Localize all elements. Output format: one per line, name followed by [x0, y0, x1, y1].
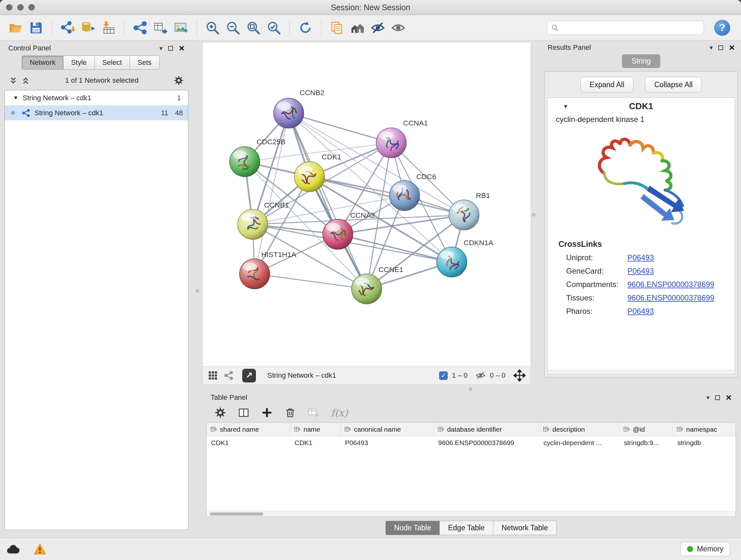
table-options-button[interactable] [214, 407, 226, 419]
apply-preferred-layout-button[interactable] [296, 18, 315, 37]
tab-network-table[interactable]: Network Table [493, 521, 556, 535]
tab-string[interactable]: String [622, 54, 660, 68]
results-panel-close-button[interactable]: × [729, 43, 735, 52]
new-network-from-selection-button[interactable] [131, 18, 149, 37]
expand-all-results-button[interactable]: Expand All [581, 77, 634, 92]
column-header[interactable]: database identifier [434, 423, 539, 436]
control-panel-menu-button[interactable]: ▾ [159, 45, 162, 51]
network-node-CCNA1[interactable] [376, 128, 407, 158]
fit-content-button[interactable] [514, 369, 526, 381]
network-node-CDC25B[interactable] [229, 146, 260, 177]
close-window-button[interactable] [6, 4, 12, 10]
scrollbar-thumb[interactable] [210, 512, 263, 516]
table-tabs: Node Table Edge Table Network Table [206, 521, 736, 535]
column-header[interactable]: shared name [206, 423, 290, 436]
network-node-RB1[interactable] [449, 200, 479, 230]
selected-elements-checkbox[interactable]: ✓ [439, 371, 448, 380]
tab-select[interactable]: Select [95, 56, 130, 70]
zoom-fit-button[interactable] [244, 18, 263, 37]
results-panel-float-button[interactable] [718, 45, 723, 50]
table-row[interactable]: CDK1 CDK1 P06493 9606.ENSP00000378699 cy… [206, 436, 736, 449]
show-structure-images-button[interactable] [389, 18, 408, 37]
column-header[interactable]: canonical name [340, 423, 434, 436]
tab-network[interactable]: Network [22, 56, 64, 70]
minimize-window-button[interactable] [17, 4, 23, 10]
zoom-window-button[interactable] [28, 4, 35, 10]
zoom-out-button[interactable] [224, 18, 242, 37]
glass-ball-effect-button[interactable] [368, 18, 387, 37]
import-network-from-database-button[interactable] [79, 18, 97, 37]
table-panel-menu-button[interactable]: ▾ [706, 394, 710, 401]
detach-view-button[interactable]: ↗ [242, 369, 256, 382]
right-splitter-handle[interactable] [532, 213, 536, 216]
collapse-all-results-button[interactable]: Collapse All [645, 77, 702, 92]
copy-document-button[interactable] [328, 18, 346, 37]
selected-counter: 1 – 0 [452, 371, 468, 380]
save-session-button[interactable] [27, 18, 45, 37]
network-node-CDKN1A[interactable] [436, 247, 467, 277]
column-header[interactable]: @id [619, 423, 673, 436]
network-collection-row[interactable]: ▼ String Network – cdk1 1 [5, 90, 188, 105]
uniprot-link[interactable]: P06493 [627, 253, 654, 262]
network-edge[interactable] [255, 274, 367, 289]
left-splitter-handle[interactable] [196, 289, 199, 293]
tab-node-table[interactable]: Node Table [386, 521, 440, 535]
bottom-splitter-handle[interactable] [469, 387, 472, 391]
grid-mode-button[interactable] [208, 370, 218, 381]
tab-style[interactable]: Style [64, 56, 95, 70]
zoom-in-button[interactable] [203, 18, 222, 37]
network-edge[interactable] [289, 113, 367, 289]
network-node-CCNA2[interactable] [323, 219, 353, 249]
import-network-from-file-button[interactable] [58, 18, 77, 37]
column-header[interactable]: description [539, 423, 619, 436]
compartments-link[interactable]: 9606.ENSP00000378699 [627, 280, 714, 289]
open-session-button[interactable] [6, 18, 25, 37]
column-header[interactable]: namespac [673, 423, 736, 436]
cloud-status-button[interactable] [6, 543, 20, 556]
tree-expand-caret-icon[interactable]: ▼ [13, 95, 18, 101]
expand-all-button[interactable] [21, 76, 30, 85]
network-edge[interactable] [338, 234, 452, 262]
network-node-CCNE1[interactable] [352, 274, 382, 304]
help-button[interactable]: ? [714, 20, 730, 36]
warnings-button[interactable] [33, 543, 47, 556]
results-panel-menu-button[interactable]: ▾ [710, 44, 713, 51]
network-node-CCNB1[interactable] [238, 209, 268, 239]
export-image-button[interactable] [172, 18, 190, 37]
network-graph[interactable]: CCNB2CCNA1CDC25BCDK1CDC6RB1CCNB1CCNA2CDK… [203, 43, 531, 366]
memory-button[interactable]: Memory [680, 542, 730, 556]
network-node-CDK1[interactable] [294, 162, 325, 192]
create-column-button[interactable] [261, 407, 273, 419]
import-table-from-file-button[interactable] [99, 18, 118, 37]
network-node-CCNB2[interactable] [273, 98, 304, 128]
new-network-from-table-button[interactable] [151, 18, 170, 37]
table-panel-close-button[interactable]: × [726, 393, 731, 402]
control-panel-float-button[interactable] [168, 46, 173, 51]
column-header[interactable]: name [290, 423, 340, 436]
string-home-button[interactable] [348, 18, 367, 37]
show-columns-button[interactable] [238, 407, 250, 419]
table-panel-float-button[interactable] [715, 395, 720, 400]
genecard-link[interactable]: P06493 [627, 266, 654, 275]
results-horizontal-scrollbar[interactable] [548, 370, 735, 374]
delete-column-button[interactable] [284, 407, 296, 419]
tab-sets[interactable]: Sets [130, 56, 159, 70]
control-panel-close-button[interactable]: × [179, 44, 185, 53]
tissues-link[interactable]: 9606.ENSP00000378699 [627, 294, 714, 302]
zoom-out-icon [226, 20, 240, 35]
network-row-selected[interactable]: String Network – cdk1 11 48 [5, 105, 188, 120]
protein-card-collapse-caret[interactable]: ▼ [563, 104, 568, 109]
zoom-selected-button[interactable] [265, 18, 283, 37]
network-options-button[interactable] [174, 75, 184, 85]
network-mode-button[interactable] [224, 370, 234, 381]
network-edge[interactable] [289, 113, 391, 143]
collapse-all-button[interactable] [9, 76, 17, 85]
network-node-HIST1H1A[interactable] [240, 259, 270, 289]
tab-edge-table[interactable]: Edge Table [440, 521, 493, 535]
table-horizontal-scrollbar[interactable] [206, 511, 736, 516]
network-node-CDC6[interactable] [389, 180, 420, 210]
network-canvas[interactable]: CCNB2CCNA1CDC25BCDK1CDC6RB1CCNB1CCNA2CDK… [202, 42, 531, 367]
network-node-label: CCNA1 [403, 119, 428, 127]
pharos-link[interactable]: P06493 [627, 307, 654, 316]
search-input[interactable] [562, 23, 700, 32]
